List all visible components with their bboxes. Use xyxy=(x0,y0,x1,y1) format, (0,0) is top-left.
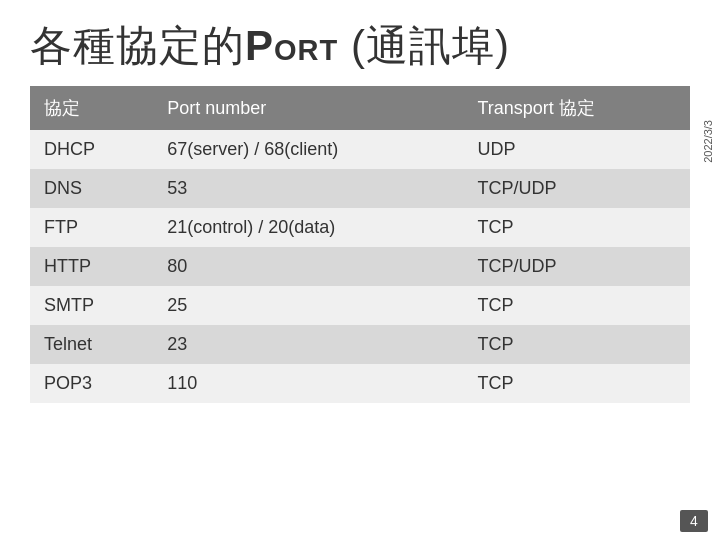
table-cell: UDP xyxy=(463,130,690,169)
side-date: 2022/3/3 xyxy=(702,120,714,163)
table-cell: TCP xyxy=(463,208,690,247)
table-cell: FTP xyxy=(30,208,153,247)
col-header-port: Port number xyxy=(153,86,463,130)
table-body: DHCP67(server) / 68(client)UDPDNS53TCP/U… xyxy=(30,130,690,403)
table-cell: TCP/UDP xyxy=(463,169,690,208)
table-row: POP3110TCP xyxy=(30,364,690,403)
table-cell: TCP xyxy=(463,364,690,403)
table-cell: DHCP xyxy=(30,130,153,169)
table-cell: 53 xyxy=(153,169,463,208)
table-cell: DNS xyxy=(30,169,153,208)
table-cell: TCP xyxy=(463,325,690,364)
table-cell: Telnet xyxy=(30,325,153,364)
title-prefix: 各種協定的 xyxy=(30,22,245,69)
table-cell: TCP/UDP xyxy=(463,247,690,286)
col-header-transport: Transport 協定 xyxy=(463,86,690,130)
table-row: HTTP80TCP/UDP xyxy=(30,247,690,286)
table-row: DNS53TCP/UDP xyxy=(30,169,690,208)
table-cell: 21(control) / 20(data) xyxy=(153,208,463,247)
table-cell: TCP xyxy=(463,286,690,325)
protocol-table: 協定 Port number Transport 協定 DHCP67(serve… xyxy=(30,86,690,403)
table-row: SMTP25TCP xyxy=(30,286,690,325)
table-cell: 25 xyxy=(153,286,463,325)
page-title: 各種協定的Port (通訊埠) xyxy=(0,0,720,86)
title-suffix: (通訊埠) xyxy=(338,22,510,69)
table-row: Telnet23TCP xyxy=(30,325,690,364)
col-header-protocol: 協定 xyxy=(30,86,153,130)
table-cell: 23 xyxy=(153,325,463,364)
table-cell: POP3 xyxy=(30,364,153,403)
title-port-word: Port xyxy=(245,22,338,69)
table-cell: 80 xyxy=(153,247,463,286)
table-row: FTP21(control) / 20(data)TCP xyxy=(30,208,690,247)
table-cell: SMTP xyxy=(30,286,153,325)
table-cell: 67(server) / 68(client) xyxy=(153,130,463,169)
table-cell: 110 xyxy=(153,364,463,403)
page-number: 4 xyxy=(680,510,708,532)
table-container: 協定 Port number Transport 協定 DHCP67(serve… xyxy=(0,86,720,403)
table-cell: HTTP xyxy=(30,247,153,286)
table-row: DHCP67(server) / 68(client)UDP xyxy=(30,130,690,169)
table-header-row: 協定 Port number Transport 協定 xyxy=(30,86,690,130)
